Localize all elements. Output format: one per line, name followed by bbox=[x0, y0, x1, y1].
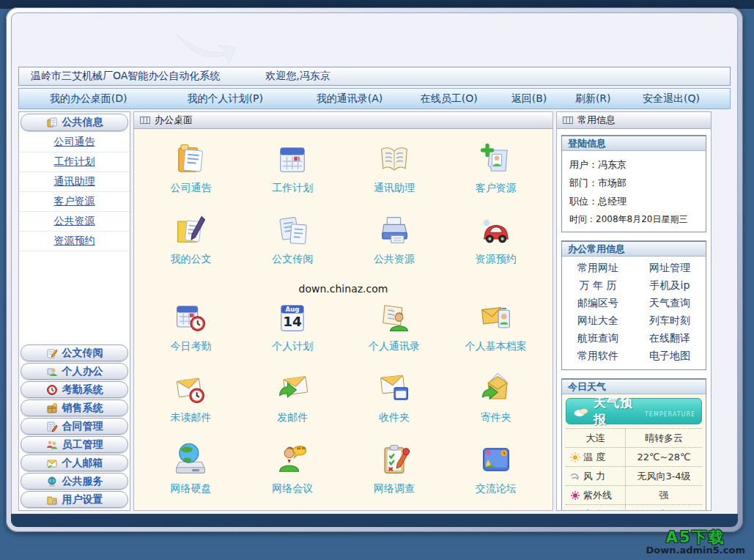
shortcut-label: 我的公文 bbox=[170, 253, 211, 266]
shortcut-company-notice[interactable]: 公司通告 bbox=[140, 141, 242, 212]
sidebar-panel-mailbox[interactable]: 个人邮箱 bbox=[21, 454, 128, 471]
welcome-text: 欢迎您,冯东京 bbox=[265, 70, 330, 83]
work-calendar-icon bbox=[273, 141, 311, 179]
sidebar-panel-staff[interactable]: 员工管理 bbox=[21, 436, 128, 453]
svg-text:14: 14 bbox=[283, 314, 302, 329]
sidebar-links: 公司通告 工作计划 通讯助理 客户资源 公共资源 资源预约 bbox=[19, 133, 130, 251]
sidebar-panel-attendance[interactable]: 考勤系统 bbox=[21, 381, 128, 398]
menu-item-my-plan[interactable]: 我的个人计划(P) bbox=[158, 92, 292, 106]
sidebar-link-work-plan[interactable]: 工作计划 bbox=[19, 152, 130, 172]
sidebar-panel-public-service[interactable]: 公共服务 bbox=[21, 473, 128, 490]
shortcut-label: 公司通告 bbox=[170, 182, 211, 195]
weather-temp-row: 温 度 22℃~28℃ bbox=[566, 448, 702, 467]
quick-link-calendar[interactable]: 万 年 历 bbox=[562, 277, 634, 295]
sidebar-spacer bbox=[19, 251, 130, 344]
shortcut-inbox[interactable]: 收件夹 bbox=[344, 370, 446, 441]
watermark-arrow-decoration bbox=[174, 32, 244, 74]
calendar-clock-icon bbox=[171, 299, 210, 337]
quick-link-flight-query[interactable]: 航班查询 bbox=[562, 330, 634, 347]
menu-bar: 我的办公桌面(D) 我的个人计划(P) 我的通讯录(A) 在线员工(O) 返回(… bbox=[18, 88, 731, 109]
folder-pen-icon bbox=[171, 212, 210, 250]
quick-link-postcode[interactable]: 邮编区号 bbox=[562, 295, 634, 312]
weather-row-label: 紫外线 bbox=[583, 489, 612, 502]
login-field-value: 总经理 bbox=[598, 195, 627, 208]
weather-row-label: 温 度 bbox=[583, 451, 605, 464]
menu-item-my-contacts[interactable]: 我的通讯录(A) bbox=[292, 92, 406, 106]
contract-pencil-icon bbox=[46, 421, 58, 432]
sidebar-link-resource-booking[interactable]: 资源预约 bbox=[19, 232, 130, 251]
globe-icon bbox=[46, 476, 58, 487]
quick-link-phone-ip[interactable]: 手机及ip bbox=[634, 277, 706, 295]
quick-link-weather-query[interactable]: 天气查询 bbox=[634, 295, 706, 312]
sidebar-link-contact-assistant[interactable]: 通讯助理 bbox=[19, 172, 130, 192]
sidebar-panel-user-settings[interactable]: 用户设置 bbox=[21, 491, 128, 508]
login-user-row: 用户：冯东京 bbox=[569, 155, 698, 174]
shortcut-outbox[interactable]: 寄件夹 bbox=[445, 370, 547, 441]
menu-item-my-desktop[interactable]: 我的办公桌面(D) bbox=[19, 92, 158, 106]
shortcut-public-resource[interactable]: 公共资源 bbox=[344, 212, 446, 283]
quick-link-train-times[interactable]: 列车时刻 bbox=[634, 312, 706, 330]
shortcut-label: 网络会议 bbox=[272, 482, 313, 495]
shortcut-today-attendance[interactable]: 今日考勤 bbox=[140, 299, 242, 370]
shortcut-contact-assistant[interactable]: 通讯助理 bbox=[344, 141, 446, 212]
sidebar-link-company-notice[interactable]: 公司通告 bbox=[19, 133, 130, 152]
sidebar-panel-contracts[interactable]: 合同管理 bbox=[21, 418, 128, 435]
folder-settings-icon bbox=[46, 494, 58, 506]
shortcut-label: 发邮件 bbox=[277, 411, 308, 424]
quick-link-common-urls[interactable]: 常用网址 bbox=[562, 259, 634, 277]
weather-row-value: 良 bbox=[626, 508, 702, 510]
login-field-value: 冯东京 bbox=[598, 158, 627, 172]
sidebar-link-public-resource[interactable]: 公共资源 bbox=[19, 212, 130, 232]
quick-link-url-directory[interactable]: 网址大全 bbox=[562, 312, 634, 330]
credit-url: Down.admin5.com bbox=[646, 545, 745, 556]
sidebar-link-customer-resource[interactable]: 客户资源 bbox=[19, 192, 130, 212]
shortcut-personal-plan[interactable]: Aug14 个人计划 bbox=[242, 299, 344, 370]
weather-wind-row: 风 力 无风向3-4级 bbox=[566, 467, 702, 486]
menu-item-online-staff[interactable]: 在线员工(O) bbox=[407, 92, 492, 106]
shortcut-net-survey[interactable]: 网络调查 bbox=[344, 441, 446, 512]
quick-link-software[interactable]: 常用软件 bbox=[562, 347, 634, 365]
cloud-icon bbox=[572, 405, 589, 418]
wind-icon bbox=[570, 471, 580, 482]
shortcut-forum[interactable]: 交流论坛 bbox=[445, 441, 547, 512]
quick-info-box: 办公常用信息 常用网址 网址管理 万 年 历 手机及ip 邮编区号 天气查询 网… bbox=[561, 240, 706, 370]
menu-item-refresh[interactable]: 刷新(R) bbox=[566, 92, 620, 106]
weather-header: 今日天气 bbox=[562, 379, 706, 394]
app-window-inner: 温岭市三艾机械厂OA智能办公自动化系统 欢迎您,冯东京 我的办公桌面(D) 我的… bbox=[11, 12, 738, 527]
shortcut-doc-circulation[interactable]: 公文传阅 bbox=[242, 212, 344, 283]
shortcut-work-plan[interactable]: 工作计划 bbox=[242, 141, 344, 212]
shortcut-customer-resource[interactable]: 客户资源 bbox=[445, 141, 547, 212]
note-pen-icon bbox=[46, 347, 58, 359]
shortcut-label: 网络调查 bbox=[374, 482, 415, 495]
shortcut-resource-booking[interactable]: 资源预约 bbox=[445, 212, 547, 283]
shortcut-personal-contacts[interactable]: 个人通讯录 bbox=[344, 299, 446, 370]
shortcut-unread-mail[interactable]: 未读邮件 bbox=[140, 370, 242, 441]
shortcut-personal-profile[interactable]: 个人基本档案 bbox=[445, 299, 547, 370]
shortcut-my-documents[interactable]: 我的公文 bbox=[140, 212, 242, 283]
sidebar-panel-doc-circulation[interactable]: 公文传阅 bbox=[21, 345, 128, 361]
menu-item-logout[interactable]: 安全退出(Q) bbox=[620, 92, 723, 106]
shortcut-label: 收件夹 bbox=[379, 411, 410, 424]
panel-label: 公文传阅 bbox=[62, 347, 103, 360]
quick-link-emap[interactable]: 电子地图 bbox=[634, 347, 706, 365]
credit-brand: A5下载 bbox=[646, 529, 745, 545]
shortcut-net-meeting[interactable]: “” 网络会议 bbox=[242, 441, 344, 512]
quick-link-url-manager[interactable]: 网址管理 bbox=[634, 259, 706, 277]
inbox-icon bbox=[375, 370, 413, 408]
printer-icon bbox=[375, 212, 413, 250]
sidebar-panel-sales[interactable]: 销售系统 bbox=[21, 399, 128, 416]
login-title-row: 职位：总经理 bbox=[569, 192, 698, 210]
shortcut-network-disk[interactable]: 网络硬盘 bbox=[140, 441, 242, 512]
sidebar-panel-personal-office[interactable]: 个人办公 bbox=[21, 363, 128, 380]
box-icon bbox=[46, 402, 58, 414]
uv-icon bbox=[570, 490, 580, 501]
svg-text:“”: “” bbox=[297, 446, 306, 454]
menu-item-back[interactable]: 返回(B) bbox=[492, 92, 566, 106]
sidebar-panel-public-info[interactable]: 公共信息 bbox=[21, 114, 128, 131]
quick-link-translate[interactable]: 在线翻译 bbox=[634, 330, 706, 347]
svg-text:Aug: Aug bbox=[286, 306, 300, 313]
shortcut-send-mail[interactable]: 发邮件 bbox=[242, 370, 344, 441]
window-bottom-fill bbox=[11, 514, 738, 527]
quick-info-grid: 常用网址 网址管理 万 年 历 手机及ip 邮编区号 天气查询 网址大全 列车时… bbox=[562, 257, 706, 369]
person-icon bbox=[46, 366, 58, 377]
